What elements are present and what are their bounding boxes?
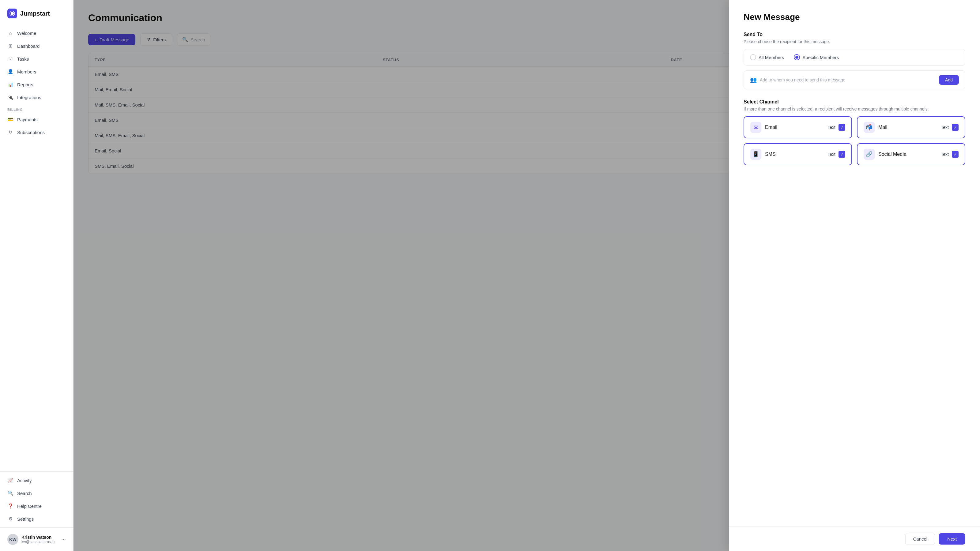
specific-members-radio-indicator [794, 54, 800, 60]
check-square-icon: ☑ [7, 56, 13, 62]
email-icon: ✉ [750, 122, 761, 133]
email-channel-label: Email [765, 125, 777, 130]
search-icon: 🔍 [7, 490, 13, 496]
social-media-icon: 🔗 [864, 149, 875, 160]
send-to-label: Send To [744, 32, 965, 37]
sms-text-label: Text [827, 152, 835, 157]
user-section: KW Kristin Watson kw@saaspatterns.io ··· [0, 527, 73, 551]
sms-channel-card[interactable]: 📱 SMS Text ✓ [744, 143, 852, 165]
mail-checkbox[interactable]: ✓ [952, 124, 959, 131]
sidebar-item-search[interactable]: 🔍 Search [4, 487, 70, 499]
sidebar-item-tasks[interactable]: ☑ Tasks [4, 52, 70, 65]
sidebar-item-payments[interactable]: 💳 Payments [4, 113, 70, 125]
settings-icon: ⚙ [7, 516, 13, 522]
user-email: kw@saaspatterns.io [21, 540, 58, 544]
next-button[interactable]: Next [939, 533, 965, 545]
user-row[interactable]: KW Kristin Watson kw@saaspatterns.io ··· [4, 531, 70, 547]
sms-checkbox[interactable]: ✓ [838, 151, 845, 158]
help-circle-icon: ❓ [7, 503, 13, 509]
add-recipient-row: 👥 Add to whom you need to send this mess… [744, 70, 965, 89]
all-members-radio[interactable]: All Members [750, 54, 784, 60]
activity-icon: 📈 [7, 477, 13, 483]
add-recipient-placeholder: Add to whom you need to send this messag… [760, 78, 936, 83]
logo-icon [7, 9, 17, 18]
select-channel-description: If more than one channel is selected, a … [744, 106, 965, 111]
select-channel-label: Select Channel [744, 99, 965, 105]
recipient-options: All Members Specific Members [744, 49, 965, 65]
sidebar-item-subscriptions[interactable]: ↻ Subscriptions [4, 126, 70, 138]
user-menu-button[interactable]: ··· [61, 536, 66, 543]
modal-footer: Cancel Next [729, 527, 980, 551]
refresh-icon: ↻ [7, 129, 13, 135]
home-icon: ⌂ [7, 30, 13, 36]
email-text-label: Text [827, 125, 835, 130]
social-channel-card[interactable]: 🔗 Social Media Text ✓ [857, 143, 965, 165]
sidebar-item-welcome[interactable]: ⌂ Welcome [4, 27, 70, 39]
user-icon: 👤 [7, 68, 13, 75]
credit-card-icon: 💳 [7, 116, 13, 122]
all-members-radio-indicator [750, 54, 756, 60]
main-content: Communication + Draft Message ⧩ Filters … [73, 0, 980, 551]
sms-icon: 📱 [750, 149, 761, 160]
app-logo: Jumpstart [0, 0, 73, 24]
modal-title: New Message [744, 12, 965, 22]
sms-channel-left: 📱 SMS [750, 149, 776, 160]
send-to-description: Please choose the recipient for this mes… [744, 39, 965, 44]
sidebar-item-help[interactable]: ❓ Help Centre [4, 500, 70, 512]
sidebar-nav: ⌂ Welcome ⊞ Dashboard ☑ Tasks 👤 Members … [0, 24, 73, 472]
modal-overlay: ✕ New Message Send To Please choose the … [73, 0, 980, 551]
add-button[interactable]: Add [939, 75, 959, 85]
social-text-label: Text [941, 152, 949, 157]
mail-channel-label: Mail [878, 125, 887, 130]
add-user-icon: 👥 [750, 76, 757, 83]
sidebar-bottom-nav: 📈 Activity 🔍 Search ❓ Help Centre ⚙ Sett… [0, 472, 73, 527]
modal-content: New Message Send To Please choose the re… [729, 0, 980, 527]
user-name: Kristin Watson [21, 535, 58, 540]
sidebar-item-integrations[interactable]: 🔌 Integrations [4, 91, 70, 103]
cancel-button[interactable]: Cancel [905, 533, 935, 545]
svg-point-0 [11, 12, 14, 15]
user-info: Kristin Watson kw@saaspatterns.io [21, 535, 58, 544]
mail-icon: 📬 [864, 122, 875, 133]
modal: ✕ New Message Send To Please choose the … [729, 0, 980, 551]
sidebar: Jumpstart ⌂ Welcome ⊞ Dashboard ☑ Tasks … [0, 0, 73, 551]
sidebar-item-settings[interactable]: ⚙ Settings [4, 513, 70, 525]
email-channel-right: Text ✓ [827, 124, 845, 131]
sidebar-item-members[interactable]: 👤 Members [4, 65, 70, 78]
sms-channel-right: Text ✓ [827, 151, 845, 158]
avatar: KW [7, 534, 18, 545]
mail-text-label: Text [941, 125, 949, 130]
sms-channel-label: SMS [765, 151, 776, 157]
mail-channel-left: 📬 Mail [864, 122, 887, 133]
channel-grid: ✉ Email Text ✓ 📬 Mail [744, 116, 965, 165]
bar-chart-icon: 📊 [7, 81, 13, 87]
sidebar-item-activity[interactable]: 📈 Activity [4, 474, 70, 486]
social-channel-left: 🔗 Social Media [864, 149, 907, 160]
plug-icon: 🔌 [7, 94, 13, 100]
grid-icon: ⊞ [7, 43, 13, 49]
sidebar-item-dashboard[interactable]: ⊞ Dashboard [4, 40, 70, 52]
specific-members-radio[interactable]: Specific Members [794, 54, 839, 60]
social-checkbox[interactable]: ✓ [952, 151, 959, 158]
email-channel-left: ✉ Email [750, 122, 777, 133]
email-channel-card[interactable]: ✉ Email Text ✓ [744, 116, 852, 138]
billing-label: BILLING [4, 104, 70, 113]
social-channel-label: Social Media [878, 151, 907, 157]
social-channel-right: Text ✓ [941, 151, 959, 158]
email-checkbox[interactable]: ✓ [838, 124, 845, 131]
mail-channel-card[interactable]: 📬 Mail Text ✓ [857, 116, 965, 138]
sidebar-item-reports[interactable]: 📊 Reports [4, 78, 70, 91]
mail-channel-right: Text ✓ [941, 124, 959, 131]
